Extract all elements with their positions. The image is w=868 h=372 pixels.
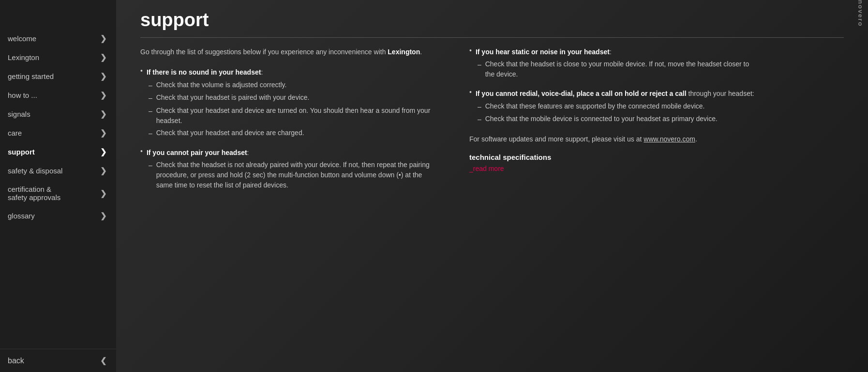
chevron-right-icon: ❯ xyxy=(100,109,106,119)
intro-text-after: . xyxy=(420,48,422,56)
sidebar-item-label: care xyxy=(8,129,22,137)
sub-bullet-static: – Check that the headset is close to you… xyxy=(476,59,760,79)
novero-link[interactable]: www.novero.com xyxy=(644,135,695,143)
bullet-no-sound: • If there is no sound in your headset: … xyxy=(140,67,440,139)
chevron-right-icon: ❯ xyxy=(100,91,106,100)
sub-bullet-1: – Check that the volume is adjusted corr… xyxy=(147,80,440,91)
sub-bullet-pair: – Check that the headset is not already … xyxy=(147,160,440,190)
intro-paragraph: Go through the list of suggestions below… xyxy=(140,46,440,57)
sub-bullet-4: – Check that your headset and device are… xyxy=(147,128,440,139)
sidebar-item-signals[interactable]: signals ❯ xyxy=(0,105,116,124)
sub-bullet-redial-2: – Check that the mobile device is connec… xyxy=(476,114,754,124)
intro-text-before: Go through the list of suggestions below… xyxy=(140,48,388,56)
chevron-right-icon: ❯ xyxy=(100,211,106,220)
chevron-right-icon: ❯ xyxy=(100,34,106,43)
cannot-pair-section: • If you cannot pair your headset: – Che… xyxy=(140,147,440,190)
no-sound-section: • If there is no sound in your headset: … xyxy=(140,67,440,139)
bullet-dot-icon: • xyxy=(469,88,472,124)
no-sound-title: If there is no sound in your headset xyxy=(147,68,261,76)
cannot-pair-title: If you cannot pair your headset xyxy=(147,149,247,156)
chevron-right-icon: ❯ xyxy=(100,128,106,138)
sub-bullet-text: Check that the headset is close to your … xyxy=(485,59,760,79)
cannot-redial-content: If you cannot redial, voice-dial, place … xyxy=(476,88,754,124)
sub-bullet-text: Check that these features are supported … xyxy=(485,101,705,112)
dash-icon: – xyxy=(149,93,152,103)
page-title: support xyxy=(140,10,844,38)
sidebar-item-label: safety & disposal xyxy=(8,167,62,175)
sidebar-item-welcome[interactable]: welcome ❯ xyxy=(0,29,116,48)
dash-icon: – xyxy=(478,59,481,79)
sub-bullet-redial-1: – Check that these features are supporte… xyxy=(476,101,754,112)
sidebar-item-label: support xyxy=(8,148,35,156)
sub-bullet-3: – Check that your headset and device are… xyxy=(147,106,440,126)
sidebar-item-care[interactable]: care ❯ xyxy=(0,124,116,142)
content-left: Go through the list of suggestions below… xyxy=(140,46,440,362)
chevron-right-icon: ❯ xyxy=(100,166,106,175)
chevron-left-icon: ❮ xyxy=(100,356,106,365)
sub-bullet-text: Check that your headset and device are c… xyxy=(156,128,304,139)
no-sound-content: If there is no sound in your headset: – … xyxy=(147,67,440,139)
sidebar-item-how-to[interactable]: how to ... ❯ xyxy=(0,86,116,105)
cannot-redial-title: If you cannot redial, voice-dial, place … xyxy=(476,90,687,97)
tech-specs-title: technical specifications xyxy=(469,153,760,161)
sidebar-item-getting-started[interactable]: getting started ❯ xyxy=(0,67,116,86)
software-text-before: For software updates and more support, p… xyxy=(469,135,644,143)
software-update-text: For software updates and more support, p… xyxy=(469,134,760,144)
sidebar-item-lexington[interactable]: Lexington ❯ xyxy=(0,48,116,67)
sub-bullet-text: Check that the headset is not already pa… xyxy=(156,160,440,190)
dash-icon: – xyxy=(478,114,481,124)
sidebar-item-label: welcome xyxy=(8,34,36,43)
sidebar-item-label: Lexington xyxy=(8,53,39,62)
sub-bullet-text: Check that your headset is paired with y… xyxy=(156,93,310,103)
back-label: back xyxy=(8,356,24,365)
back-button[interactable]: back ❮ xyxy=(0,349,116,372)
main-content: support Go through the list of suggestio… xyxy=(116,0,868,372)
dash-icon: – xyxy=(149,80,152,91)
bullet-dot-icon: • xyxy=(469,46,472,79)
sidebar-item-glossary[interactable]: glossary ❯ xyxy=(0,206,116,225)
sub-bullet-text: Check that your headset and device are t… xyxy=(156,106,440,126)
content-right: • If you hear static or noise in your he… xyxy=(469,46,760,362)
sidebar-item-label: signals xyxy=(8,110,30,118)
chevron-right-icon: ❯ xyxy=(100,189,106,198)
tech-specs-section: technical specifications _read more xyxy=(469,153,760,173)
bullet-cannot-redial: • If you cannot redial, voice-dial, plac… xyxy=(469,88,760,124)
sidebar-item-safety-disposal[interactable]: safety & disposal ❯ xyxy=(0,161,116,180)
chevron-right-icon: ❯ xyxy=(100,147,106,156)
sidebar-item-label: getting started xyxy=(8,72,54,80)
sidebar-item-support[interactable]: support ❯ xyxy=(0,142,116,161)
intro-brand: Lexington xyxy=(388,48,420,56)
cannot-pair-content: If you cannot pair your headset: – Check… xyxy=(147,147,440,190)
sidebar-item-label: how to ... xyxy=(8,91,37,99)
sub-bullet-2: – Check that your headset is paired with… xyxy=(147,93,440,103)
sidebar-nav: welcome ❯ Lexington ❯ getting started ❯ … xyxy=(0,0,116,349)
bullet-cannot-pair: • If you cannot pair your headset: – Che… xyxy=(140,147,440,190)
static-noise-title: If you hear static or noise in your head… xyxy=(476,48,610,56)
software-text-after: . xyxy=(695,135,697,143)
content-columns: Go through the list of suggestions below… xyxy=(140,46,844,362)
bullet-dot-icon: • xyxy=(140,147,143,190)
dash-icon: – xyxy=(149,106,152,126)
bullet-dot-icon: • xyxy=(140,67,143,139)
sidebar-item-label: certification &safety approvals xyxy=(8,185,60,202)
chevron-right-icon: ❯ xyxy=(100,72,106,81)
sub-bullet-text: Check that the mobile device is connecte… xyxy=(485,114,718,124)
cannot-redial-section: • If you cannot redial, voice-dial, plac… xyxy=(469,88,760,124)
static-noise-section: • If you hear static or noise in your he… xyxy=(469,46,760,79)
novero-brand-text: novero xyxy=(857,0,864,27)
dash-icon: – xyxy=(149,160,152,190)
sidebar-item-certification[interactable]: certification &safety approvals ❯ xyxy=(0,180,116,206)
chevron-right-icon: ❯ xyxy=(100,53,106,62)
sub-bullet-text: Check that the volume is adjusted correc… xyxy=(156,80,287,91)
sidebar-item-label: glossary xyxy=(8,212,35,220)
dash-icon: – xyxy=(149,128,152,139)
static-noise-content: If you hear static or noise in your head… xyxy=(476,46,760,79)
bullet-static-noise: • If you hear static or noise in your he… xyxy=(469,46,760,79)
dash-icon: – xyxy=(478,101,481,112)
read-more-link[interactable]: _read more xyxy=(469,165,504,172)
sidebar: welcome ❯ Lexington ❯ getting started ❯ … xyxy=(0,0,116,372)
novero-brand: novero xyxy=(857,0,864,372)
